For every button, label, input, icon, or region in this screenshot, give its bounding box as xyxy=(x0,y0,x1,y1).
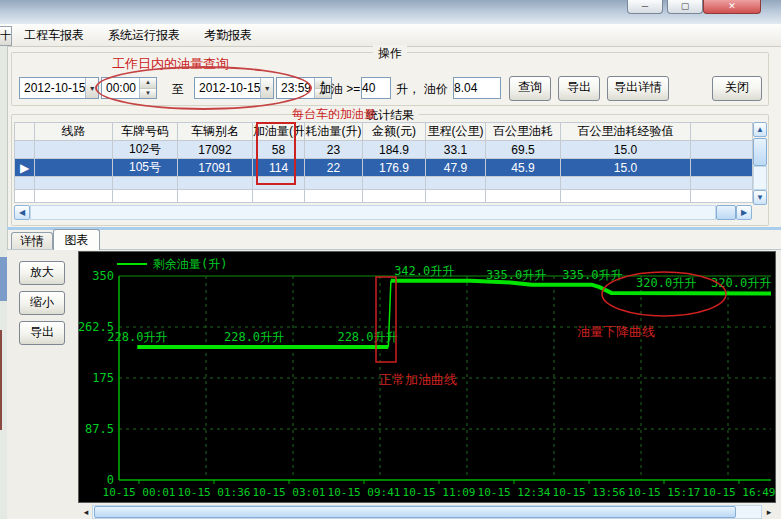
menu-item[interactable]: 工程车报表 xyxy=(14,25,94,45)
data-point-label: 320.0升升 xyxy=(711,276,771,290)
column-header[interactable]: 金额(元) xyxy=(363,123,426,141)
export-detail-button[interactable]: 导出详情 xyxy=(607,76,669,101)
column-header[interactable] xyxy=(15,123,35,141)
chevron-down-icon[interactable]: ▼ xyxy=(260,78,273,98)
price-input[interactable]: 8.04 xyxy=(453,77,501,99)
column-header[interactable] xyxy=(691,123,753,141)
time-from-spinner[interactable]: 00:00 ▲▼ xyxy=(101,77,157,99)
minimize-icon: ─ xyxy=(642,1,648,11)
y-axis-tick-label: 350 xyxy=(92,269,114,283)
column-header[interactable]: 车牌号码 xyxy=(113,123,178,141)
table-cell xyxy=(363,190,426,203)
table-cell xyxy=(486,190,561,203)
table-cell[interactable]: 47.9 xyxy=(426,159,486,177)
table-cell xyxy=(305,190,363,203)
export-chart-button[interactable]: 导出 xyxy=(19,321,65,345)
table-row[interactable]: 102号170925823184.933.169.515.0 xyxy=(15,141,753,159)
time-from-value: 00:00 xyxy=(102,81,139,95)
table-cell[interactable] xyxy=(691,159,753,177)
row-selector-arrow[interactable]: ▶ xyxy=(15,159,35,177)
chevron-down-icon[interactable]: ▼ xyxy=(85,78,98,98)
title-bar xyxy=(0,0,781,25)
table-cell[interactable] xyxy=(35,159,113,177)
table-cell[interactable]: 23 xyxy=(305,141,363,159)
date-to-value: 2012-10-15 xyxy=(195,81,260,95)
minimize-button[interactable]: ─ xyxy=(627,0,663,14)
table-cell xyxy=(35,190,113,203)
table-cell[interactable]: 176.9 xyxy=(363,159,426,177)
table-cell[interactable]: 105号 xyxy=(113,159,178,177)
y-axis-tick-label: 87.5 xyxy=(85,422,114,436)
refuel-min-input[interactable]: 40 xyxy=(361,77,391,99)
menu-item[interactable]: 系统运行报表 xyxy=(98,25,190,45)
table-row[interactable]: ▶105号1709111422176.947.945.915.0 xyxy=(15,159,753,177)
zoom-in-button[interactable]: 放大 xyxy=(19,261,65,285)
column-header[interactable]: 线路 xyxy=(35,123,113,141)
table-cell[interactable]: 17092 xyxy=(178,141,253,159)
spin-down-icon[interactable]: ▼ xyxy=(140,89,156,99)
y-axis-tick-label: 175 xyxy=(92,371,114,385)
table-cell[interactable] xyxy=(35,141,113,159)
table-cell xyxy=(691,177,753,190)
scroll-up-icon[interactable]: ▲ xyxy=(753,122,767,137)
spin-up-icon[interactable]: ▲ xyxy=(140,78,156,89)
y-axis-tick-label: 0 xyxy=(107,473,114,487)
tab-details[interactable]: 详情 xyxy=(11,232,53,250)
export-button[interactable]: 导出 xyxy=(558,76,600,101)
scroll-right-icon[interactable]: ▸ xyxy=(762,507,776,517)
menu-item[interactable]: 考勤报表 xyxy=(194,25,262,45)
table-vscrollbar[interactable]: ▲ ▼ xyxy=(753,122,767,202)
table-hscrollbar[interactable]: ◀ ▶ xyxy=(14,205,752,220)
table-header-row: 线路车牌号码车辆别名加油量(升)耗油量(升)金额(元)里程(公里)百公里油耗百公… xyxy=(15,123,753,141)
table-cell[interactable] xyxy=(691,141,753,159)
table-cell[interactable]: 114 xyxy=(253,159,305,177)
partial-toolbar-button[interactable]: 十 xyxy=(0,26,12,46)
table-cell[interactable]: 17091 xyxy=(178,159,253,177)
table-cell[interactable]: 184.9 xyxy=(363,141,426,159)
table-cell[interactable]: 33.1 xyxy=(426,141,486,159)
table-cell[interactable]: 22 xyxy=(305,159,363,177)
scroll-right-icon[interactable]: ▶ xyxy=(736,205,752,220)
data-point-label: 335.0升升 xyxy=(562,268,622,282)
date-to-combo[interactable]: 2012-10-15 ▼ xyxy=(194,77,274,99)
chart-hscroll-thumb[interactable] xyxy=(94,506,736,518)
table-cell xyxy=(15,177,35,190)
scroll-left-icon[interactable]: ◀ xyxy=(14,205,30,220)
chart-hscrollbar[interactable]: ◂ ▸ xyxy=(80,505,776,519)
data-point-label: 228.0升升 xyxy=(224,330,284,344)
table-cell[interactable]: 45.9 xyxy=(486,159,561,177)
row-selector[interactable] xyxy=(15,141,35,159)
table-vscroll-thumb[interactable] xyxy=(753,138,767,166)
scroll-left-icon[interactable]: ◂ xyxy=(80,507,92,517)
zoom-out-button[interactable]: 缩小 xyxy=(19,291,65,315)
table-cell xyxy=(178,190,253,203)
price-value: 8.04 xyxy=(454,81,477,95)
column-header[interactable]: 耗油量(升) xyxy=(305,123,363,141)
chart-area: 087.5175262.535010-15 00:0110-15 01:3610… xyxy=(78,251,776,503)
table-hscroll-thumb[interactable] xyxy=(716,205,736,220)
tab-chart[interactable]: 图表 xyxy=(53,229,100,250)
empty-table-row xyxy=(15,190,753,203)
table-cell xyxy=(363,177,426,190)
data-point-label: 335.0升升 xyxy=(486,268,546,282)
column-header[interactable]: 里程(公里) xyxy=(426,123,486,141)
query-button[interactable]: 查询 xyxy=(509,76,551,101)
column-header[interactable]: 百公里油耗经验值 xyxy=(561,123,691,141)
table-cell[interactable]: 58 xyxy=(253,141,305,159)
fuel-drop-label: 油量下降曲线 xyxy=(577,324,655,339)
date-from-combo[interactable]: 2012-10-15 ▼ xyxy=(19,77,99,99)
data-point-label: 342.0升升 xyxy=(394,264,454,278)
column-header[interactable]: 加油量(升) xyxy=(253,123,305,141)
maximize-button[interactable]: ▢ xyxy=(667,0,703,14)
stats-table: 线路车牌号码车辆别名加油量(升)耗油量(升)金额(元)里程(公里)百公里油耗百公… xyxy=(14,122,753,203)
table-cell[interactable]: 15.0 xyxy=(561,159,691,177)
menu-bar-items: 工程车报表系统运行报表考勤报表 xyxy=(14,25,262,45)
table-cell[interactable]: 102号 xyxy=(113,141,178,159)
column-header[interactable]: 百公里油耗 xyxy=(486,123,561,141)
table-cell[interactable]: 15.0 xyxy=(561,141,691,159)
table-cell[interactable]: 69.5 xyxy=(486,141,561,159)
close-window-button[interactable]: ✕ xyxy=(703,0,761,14)
close-button[interactable]: 关闭 xyxy=(712,76,762,101)
scroll-down-icon[interactable]: ▼ xyxy=(753,190,767,205)
column-header[interactable]: 车辆别名 xyxy=(178,123,253,141)
